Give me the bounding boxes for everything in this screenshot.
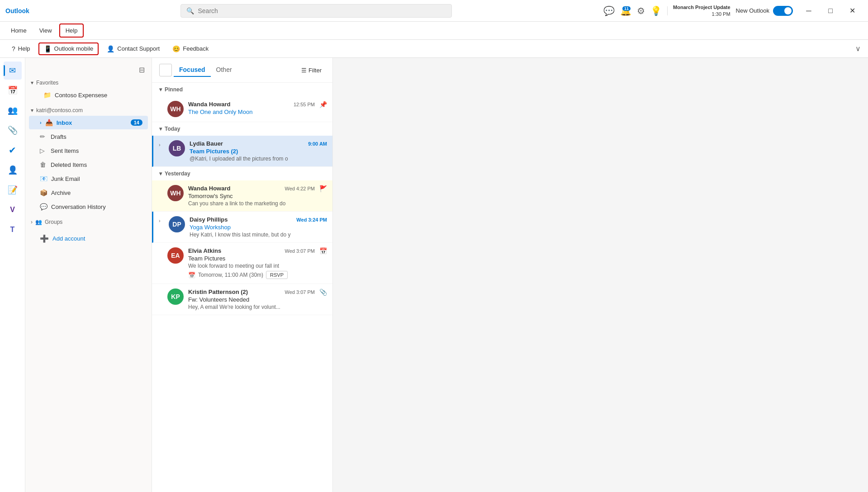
- email-subject: The One and Only Moon: [188, 109, 315, 115]
- expand-chevron-daisy[interactable]: ›: [159, 216, 164, 223]
- sub-menu-bar: ? Help 📱 Outlook mobile 👤 Contact Suppor…: [0, 40, 868, 58]
- menu-view[interactable]: View: [34, 24, 57, 37]
- account-header[interactable]: ▾ katri@contoso.com: [25, 105, 152, 115]
- calendar-label-elvia: Tomorrow, 11:00 AM (30m): [198, 272, 263, 278]
- new-outlook-toggle[interactable]: New Outlook: [736, 6, 793, 16]
- email-item-daisy[interactable]: › DP Daisy Phillips Wed 3:24 PM Yoga Wor…: [152, 212, 332, 243]
- menu-home[interactable]: Home: [5, 24, 32, 37]
- notification-bell-wrapper[interactable]: 🔔 11: [620, 5, 631, 16]
- main-layout: ✉ 📅 👥 📎 ✔ 👤 📝 V T ⊟ ▾ Favorites 📁 Contos…: [0, 58, 868, 492]
- title-bar-right: 💬 🔔 11 ⚙ 💡 Monarch Project Update 1:30 P…: [603, 4, 863, 18]
- inbox-label: Inbox: [57, 119, 72, 126]
- submenu-help[interactable]: ? Help: [7, 43, 35, 54]
- sidebar-icon-teams[interactable]: T: [4, 221, 22, 239]
- email-item-wanda-sync[interactable]: WH Wanda Howard Wed 4:22 PM Tomorrow's S…: [152, 180, 332, 212]
- drafts-icon: ✏: [40, 133, 47, 140]
- expand-chevron-lydia[interactable]: ›: [159, 140, 164, 147]
- sidebar-icon-calendar[interactable]: 📅: [4, 81, 22, 99]
- email-content-elvia: Elvia Atkins Wed 3:07 PM Team Pictures W…: [188, 247, 315, 279]
- filter-button[interactable]: ☰ Filter: [298, 65, 325, 76]
- search-bar[interactable]: 🔍: [180, 4, 452, 18]
- email-item-elvia[interactable]: EA Elvia Atkins Wed 3:07 PM Team Picture…: [152, 243, 332, 284]
- section-today[interactable]: ▾ Today: [152, 122, 332, 136]
- close-button[interactable]: ✕: [842, 4, 863, 18]
- add-account-button[interactable]: ➕ Add account: [29, 231, 148, 246]
- section-yesterday[interactable]: ▾ Yesterday: [152, 167, 332, 180]
- sidebar-icon-mail[interactable]: ✉: [4, 62, 22, 80]
- submenu-contact-support[interactable]: 👤 Contact Support: [102, 43, 164, 54]
- notification-info: Monarch Project Update 1:30 PM: [673, 4, 730, 17]
- avatar-elvia: EA: [167, 247, 184, 264]
- favorites-header[interactable]: ▾ Favorites: [25, 78, 152, 88]
- email-top-daisy: Daisy Phillips Wed 3:24 PM: [190, 216, 327, 223]
- submenu-outlook-mobile[interactable]: 📱 Outlook mobile: [38, 43, 99, 55]
- inbox-badge: 14: [131, 119, 142, 126]
- folder-archive[interactable]: 📦 Archive: [29, 186, 148, 199]
- panel-toggle-button[interactable]: ⊟: [135, 63, 148, 76]
- email-item-kristin[interactable]: KP Kristin Patternson (2) Wed 3:07 PM Fw…: [152, 284, 332, 315]
- archive-label: Archive: [51, 189, 71, 196]
- chevron-down-icon-account: ▾: [31, 107, 33, 114]
- email-content-kristin: Kristin Patternson (2) Wed 3:07 PM Fw: V…: [188, 289, 315, 310]
- groups-header[interactable]: › 👥 Groups: [25, 217, 152, 227]
- submenu-support-label: Contact Support: [117, 45, 160, 52]
- email-time-lydia: 9:00 AM: [308, 141, 327, 147]
- menu-bar: Home View Help: [0, 22, 868, 40]
- account-label: katri@contoso.com: [36, 107, 83, 114]
- sidebar-icon-paperclip[interactable]: 📎: [4, 121, 22, 139]
- sidebar-icon-viva[interactable]: V: [4, 201, 22, 219]
- email-time-daisy: Wed 3:24 PM: [296, 217, 327, 222]
- email-subject-kristin: Fw: Volunteers Needed: [188, 296, 315, 303]
- search-input[interactable]: [198, 7, 446, 14]
- section-pinned[interactable]: ▾ Pinned: [152, 83, 332, 96]
- tab-other[interactable]: Other: [211, 63, 237, 77]
- folder-inbox[interactable]: › 📥 Inbox 14: [29, 116, 148, 129]
- email-time-wanda-sync: Wed 4:22 PM: [285, 186, 315, 191]
- email-top-wanda-sync: Wanda Howard Wed 4:22 PM: [188, 185, 315, 192]
- folder-contoso-expense[interactable]: 📁 Contoso Expensese: [29, 88, 148, 102]
- sidebar-icon-notes[interactable]: 📝: [4, 181, 22, 199]
- expand-chevron-icon: [157, 101, 163, 103]
- email-item-wanda-pinned[interactable]: WH Wanda Howard 12:55 PM The One and Onl…: [152, 96, 332, 122]
- sidebar-icon-people[interactable]: 👤: [4, 161, 22, 179]
- avatar-wanda-sync: WH: [167, 185, 184, 201]
- maximize-button[interactable]: □: [820, 4, 841, 18]
- other-tab-label: Other: [216, 66, 232, 73]
- pin-icon: 📌: [319, 101, 327, 108]
- contoso-expense-label: Contoso Expensese: [55, 92, 107, 99]
- tab-focused[interactable]: Focused: [174, 63, 211, 77]
- expand-arrow-icon[interactable]: ∨: [855, 44, 861, 53]
- minimize-button[interactable]: ─: [798, 4, 819, 18]
- sidebar-icon-contacts[interactable]: 👥: [4, 101, 22, 119]
- email-preview-kristin: Hey, A email We're looking for volunt...: [188, 304, 315, 310]
- select-all-checkbox[interactable]: [159, 64, 172, 76]
- lightbulb-icon[interactable]: 💡: [650, 5, 662, 16]
- email-top-elvia: Elvia Atkins Wed 3:07 PM: [188, 247, 315, 254]
- email-preview-wanda-sync: Can you share a link to the marketing do: [188, 200, 315, 207]
- email-preview-lydia: @Katri, I uploaded all the pictures from…: [190, 156, 327, 162]
- email-item-lydia[interactable]: › LB Lydia Bauer 9:00 AM Team Pictures (…: [152, 136, 332, 167]
- expand-chevron-inbox[interactable]: ›: [40, 120, 42, 125]
- email-list: Focused Other ☰ Filter ▾ Pinned WH: [152, 58, 333, 492]
- folder-junk[interactable]: 📧 Junk Email: [29, 172, 148, 185]
- folder-deleted[interactable]: 🗑 Deleted Items: [29, 158, 148, 171]
- submenu-feedback[interactable]: 😊 Feedback: [168, 43, 213, 54]
- email-subject-elvia: Team Pictures: [188, 255, 315, 262]
- rsvp-button[interactable]: RSVP: [266, 271, 288, 279]
- folder-icon: 📁: [43, 91, 51, 99]
- sent-icon: ▷: [40, 147, 47, 154]
- sidebar-icon-tasks[interactable]: ✔: [4, 141, 22, 159]
- settings-icon[interactable]: ⚙: [637, 5, 645, 16]
- expand-chevron-wanda: [157, 185, 163, 187]
- folder-sent[interactable]: ▷ Sent Items: [29, 144, 148, 157]
- folder-drafts[interactable]: ✏ Drafts: [29, 130, 148, 143]
- toggle-switch[interactable]: [773, 6, 793, 16]
- chat-icon[interactable]: 💬: [603, 5, 615, 16]
- calendar-icon-elvia: 📅: [188, 272, 195, 279]
- email-subject-daisy: Yoga Workshop: [190, 224, 327, 231]
- menu-help[interactable]: Help: [59, 24, 84, 38]
- folder-conv-history[interactable]: 💬 Conversation History: [29, 200, 148, 213]
- tab-bar: Focused Other: [174, 63, 296, 77]
- conv-icon: 💬: [40, 203, 47, 210]
- notification-title: Monarch Project Update: [673, 4, 730, 10]
